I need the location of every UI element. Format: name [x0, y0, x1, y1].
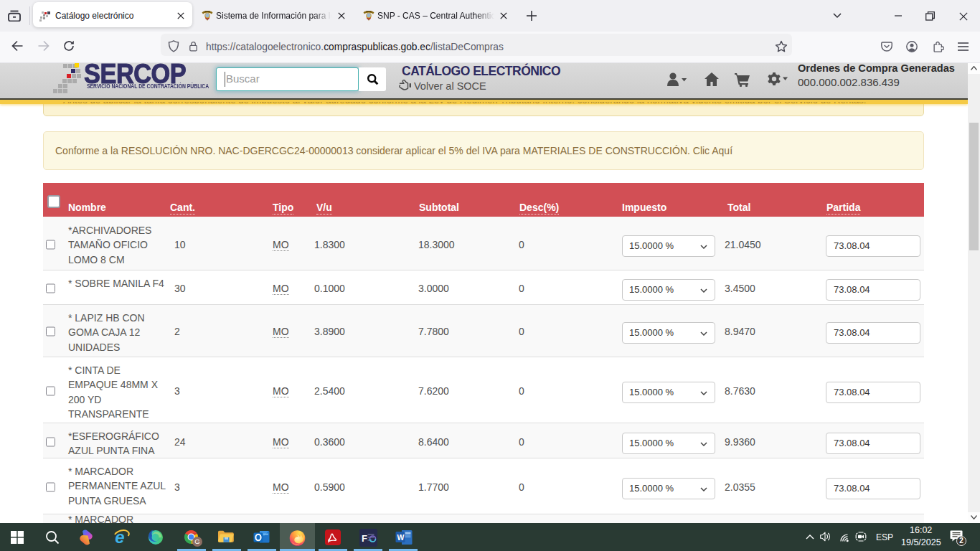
svg-text:F: F — [362, 533, 367, 544]
svg-text:W: W — [397, 533, 405, 542]
